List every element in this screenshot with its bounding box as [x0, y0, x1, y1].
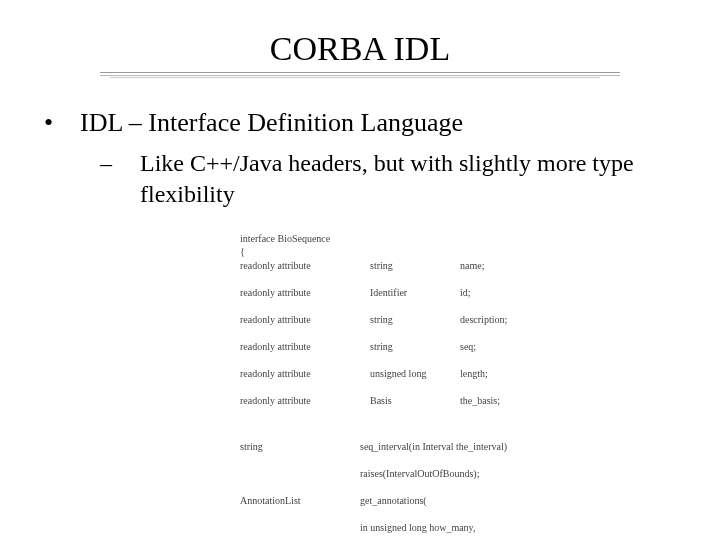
raises-row: raises(IntervalOutOfBounds); — [240, 467, 670, 481]
code-line: interface BioSequence — [240, 233, 330, 244]
bullet1-text: IDL – Interface Definition Language — [80, 108, 463, 137]
attr-row: readonly attributeIdentifierid; — [240, 286, 670, 300]
attr-row: readonly attributeunsigned longlength; — [240, 367, 670, 381]
bullet-dash-icon: – — [120, 148, 140, 179]
attr-row: readonly attributeBasisthe_basis; — [240, 394, 670, 408]
idl-code-block: interface BioSequence { readonly attribu… — [240, 218, 670, 540]
bullet2-text: Like C++/Java headers, but with slightly… — [140, 150, 634, 207]
bullet-level-1: •IDL – Interface Definition Language — [50, 108, 670, 138]
slide-title: CORBA IDL — [50, 30, 670, 68]
slide: CORBA IDL •IDL – Interface Definition La… — [0, 0, 720, 540]
bullet-dot-icon: • — [62, 108, 80, 138]
attr-row: readonly attributestringseq; — [240, 340, 670, 354]
param-row: in unsigned long how_many, — [240, 521, 670, 535]
method-row: stringseq_interval(in Interval the_inter… — [240, 440, 670, 454]
attr-row: readonly attributestringdescription; — [240, 313, 670, 327]
bullet-level-2: –Like C++/Java headers, but with slightl… — [120, 148, 670, 210]
code-line: { — [240, 246, 245, 257]
title-underline — [100, 70, 620, 80]
method-row: AnnotationListget_annotations( — [240, 494, 670, 508]
attr-row: readonly attributestringname; — [240, 259, 670, 273]
